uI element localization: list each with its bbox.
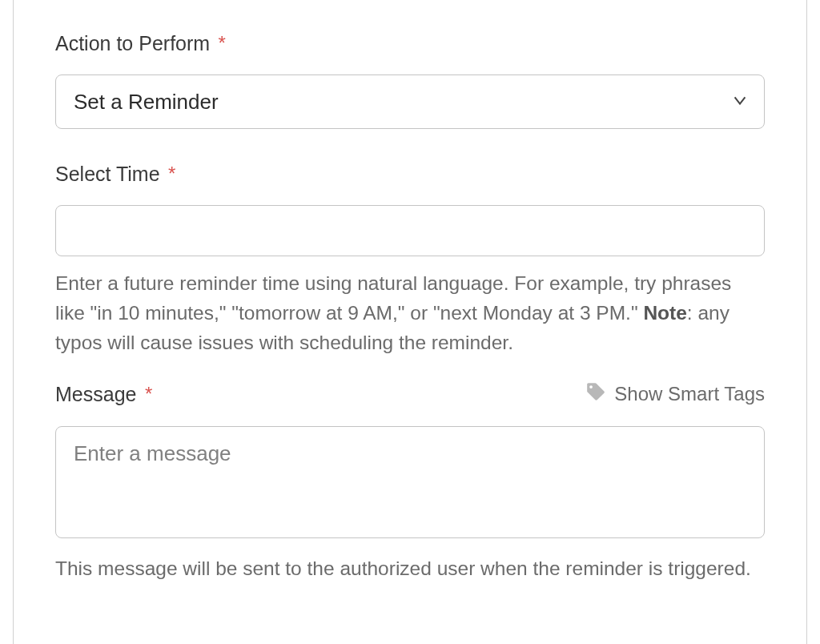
smart-tags-label: Show Smart Tags [614, 383, 765, 405]
time-label: Select Time [55, 163, 160, 185]
message-label: Message [55, 383, 136, 405]
action-label: Action to Perform [55, 32, 210, 54]
message-label-row: Message * Show Smart Tags [55, 381, 765, 407]
message-textarea[interactable] [55, 426, 765, 538]
action-label-row: Action to Perform * [55, 32, 765, 55]
required-asterisk: * [168, 163, 175, 185]
action-select-wrap: Set a Reminder [55, 74, 765, 129]
required-asterisk: * [219, 32, 226, 54]
form-panel: Action to Perform * Set a Reminder Selec… [13, 0, 807, 644]
time-field-group: Select Time * Enter a future reminder ti… [55, 163, 765, 357]
action-select-value: Set a Reminder [74, 90, 219, 115]
time-label-row: Select Time * [55, 163, 765, 186]
action-field-group: Action to Perform * Set a Reminder [55, 32, 765, 129]
message-help-text: This message will be sent to the authori… [55, 554, 765, 584]
time-help-note-label: Note [643, 302, 686, 324]
time-input[interactable] [55, 205, 765, 256]
action-select[interactable]: Set a Reminder [55, 74, 765, 129]
smart-tags-button[interactable]: Show Smart Tags [585, 381, 765, 407]
time-help-main: Enter a future reminder time using natur… [55, 272, 731, 324]
message-field-group: Message * Show Smart Tags This message w… [55, 381, 765, 584]
time-help-text: Enter a future reminder time using natur… [55, 269, 765, 357]
required-asterisk: * [145, 383, 152, 405]
tag-icon [585, 381, 606, 407]
